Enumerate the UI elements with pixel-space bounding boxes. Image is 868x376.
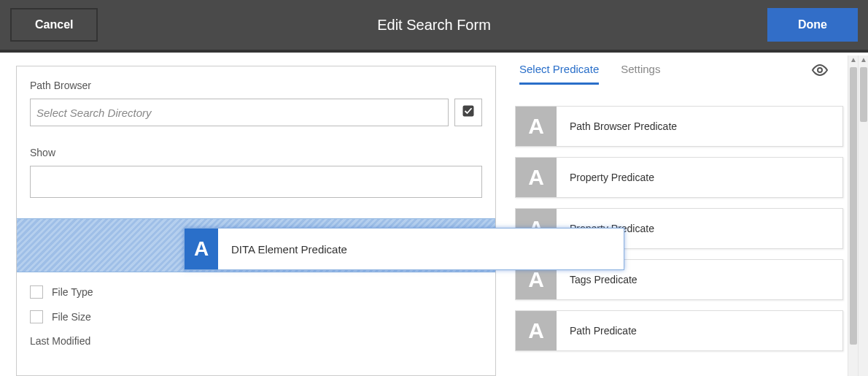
last-modified-label: Last Modified (30, 335, 482, 347)
text-icon: A (516, 107, 557, 146)
predicate-item-label: Property Predicate (557, 158, 842, 197)
tabs: Select Predicate Settings (515, 63, 843, 85)
check-icon (462, 104, 475, 120)
file-size-row: File Size (30, 310, 482, 323)
page-title: Edit Search Form (377, 17, 491, 34)
file-type-label: File Type (52, 286, 93, 298)
inner-scrollbar[interactable]: ▲ (848, 55, 858, 376)
show-group: Show (30, 147, 482, 198)
predicate-item-label: Path Predicate (557, 311, 842, 350)
predicate-item-label: Path Browser Predicate (557, 107, 842, 146)
predicate-item-path-browser[interactable]: A Path Browser Predicate (515, 106, 843, 147)
chevron-up-icon[interactable]: ▲ (860, 55, 867, 64)
path-browser-input[interactable] (30, 99, 449, 126)
svg-point-1 (818, 68, 822, 72)
preview-eye-button[interactable] (811, 61, 829, 82)
tab-select-predicate[interactable]: Select Predicate (519, 63, 599, 85)
right-panel: Select Predicate Settings A Path Browser… (515, 63, 843, 376)
dragging-predicate-label: DITA Element Predicate (218, 229, 624, 269)
scrollbar-thumb[interactable] (860, 67, 867, 122)
tab-settings[interactable]: Settings (621, 63, 660, 85)
file-type-row: File Type (30, 285, 482, 299)
cancel-button[interactable]: Cancel (10, 8, 98, 42)
predicate-item-property-1[interactable]: A Property Predicate (515, 157, 843, 198)
path-browser-label: Path Browser (30, 80, 482, 91)
show-input[interactable] (30, 166, 482, 198)
file-size-checkbox[interactable] (30, 310, 43, 323)
dragging-predicate-tile[interactable]: A DITA Element Predicate (184, 228, 624, 270)
header-bar: Cancel Edit Search Form Done (0, 0, 868, 53)
form-panel: Path Browser Show File Type File Size (16, 66, 496, 376)
outer-scrollbar[interactable]: ▲ (858, 55, 868, 376)
text-icon: A (516, 158, 557, 197)
text-icon: A (516, 311, 557, 350)
text-icon: A (185, 229, 218, 269)
done-button[interactable]: Done (767, 8, 858, 42)
scrollbars: ▲ ▲ (848, 55, 868, 376)
show-label: Show (30, 147, 482, 158)
chevron-up-icon[interactable]: ▲ (850, 55, 857, 64)
predicate-item-path[interactable]: A Path Predicate (515, 310, 843, 351)
scrollbar-thumb[interactable] (850, 67, 857, 345)
path-browser-group: Path Browser (30, 80, 482, 126)
file-type-checkbox[interactable] (30, 285, 43, 299)
eye-icon (811, 69, 829, 81)
path-browser-confirm-button[interactable] (454, 99, 482, 126)
file-size-label: File Size (52, 311, 91, 323)
